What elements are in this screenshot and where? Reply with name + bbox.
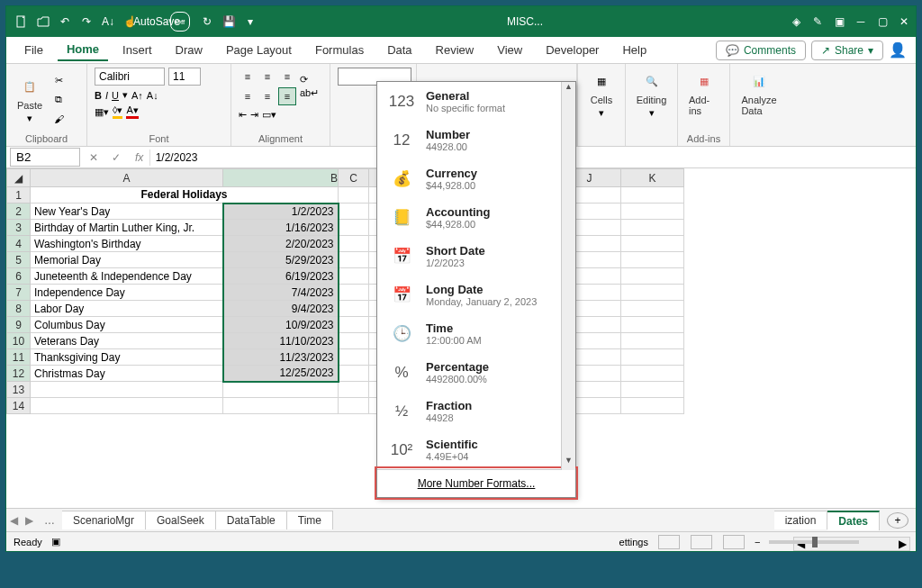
- save-icon[interactable]: 💾: [219, 12, 239, 32]
- share-button[interactable]: ↗ Share ▾: [811, 41, 883, 60]
- wrap-text-icon[interactable]: ab↵: [300, 87, 319, 99]
- cell-header[interactable]: Federal Holidays: [31, 187, 339, 204]
- numfmt-option-scientific[interactable]: 10² Scientific 4.49E+04: [377, 430, 575, 469]
- font-size-select[interactable]: [168, 68, 201, 86]
- col-header-B[interactable]: B: [223, 169, 339, 187]
- cell-A2[interactable]: New Year's Day: [31, 204, 223, 220]
- fx-icon[interactable]: fx: [130, 151, 149, 164]
- merge-icon[interactable]: ▭▾: [262, 109, 276, 121]
- tab-overflow-icon[interactable]: …: [37, 514, 62, 527]
- tab-ization[interactable]: ization: [774, 511, 828, 529]
- cell-B3[interactable]: 1/16/2023: [223, 220, 339, 236]
- cell-B2[interactable]: 1/2/2023: [223, 204, 339, 220]
- qat-overflow-icon[interactable]: ▾: [240, 12, 260, 32]
- close-button[interactable]: ✕: [894, 12, 914, 32]
- new-sheet-button[interactable]: +: [887, 512, 908, 529]
- cut-icon[interactable]: ✂: [50, 73, 68, 89]
- cell-B6[interactable]: 6/19/2023: [223, 268, 339, 285]
- menu-help[interactable]: Help: [613, 40, 655, 60]
- increase-font-icon[interactable]: A↑: [131, 90, 143, 101]
- cell-B7[interactable]: 7/4/2023: [223, 285, 339, 301]
- numfmt-option-general[interactable]: 123 General No specific format: [377, 82, 575, 121]
- view-pagebreak-button[interactable]: [723, 535, 745, 549]
- view-pagelayout-button[interactable]: [691, 535, 712, 549]
- present-icon[interactable]: ▣: [829, 12, 849, 32]
- select-all-corner[interactable]: ◢: [7, 169, 31, 187]
- bold-button[interactable]: B: [95, 90, 102, 101]
- tab-scenario[interactable]: ScenarioMgr: [62, 511, 146, 529]
- analyze-data-button[interactable]: 📊Analyze Data: [737, 68, 781, 118]
- cell-A11[interactable]: Thanksgiving Day: [31, 349, 223, 366]
- autosave-toggle[interactable]: AutoSave Off: [147, 12, 190, 32]
- paste-button[interactable]: 📋Paste▾: [14, 73, 46, 126]
- spreadsheet-grid[interactable]: ◢ A B C G H I J K 1Federal Holidays 2 Ne…: [6, 168, 684, 414]
- view-normal-button[interactable]: [658, 535, 680, 549]
- cell-B9[interactable]: 10/9/2023: [223, 317, 339, 333]
- brush-icon[interactable]: ✎: [808, 12, 827, 32]
- col-header-C[interactable]: C: [339, 169, 369, 187]
- macro-record-icon[interactable]: ▣: [51, 536, 60, 547]
- col-header-A[interactable]: A: [31, 169, 223, 187]
- tab-scroll-right-icon[interactable]: ▶: [22, 514, 37, 527]
- open-file-icon[interactable]: [33, 12, 53, 32]
- minimize-button[interactable]: ─: [851, 12, 871, 32]
- cell-A5[interactable]: Memorial Day: [31, 252, 223, 268]
- cell-A12[interactable]: Christmas Day: [31, 366, 223, 382]
- font-name-select[interactable]: [95, 68, 165, 86]
- cell-A3[interactable]: Birthday of Martin Luther King, Jr.: [31, 220, 223, 236]
- cells-button[interactable]: ▦Cells▾: [585, 68, 618, 121]
- cell-A7[interactable]: Independence Day: [31, 285, 223, 301]
- numfmt-option-percentage[interactable]: % Percentage 4492800.00%: [377, 353, 575, 392]
- menu-data[interactable]: Data: [378, 40, 420, 60]
- cell-B11[interactable]: 11/23/2023: [223, 349, 339, 366]
- numfmt-option-currency[interactable]: 💰 Currency $44,928.00: [377, 159, 575, 198]
- font-color-button[interactable]: A▾: [126, 104, 138, 119]
- numfmt-option-fraction[interactable]: ½ Fraction 44928: [377, 392, 575, 430]
- numfmt-option-long-date[interactable]: 📅 Long Date Monday, January 2, 2023: [377, 276, 575, 314]
- format-painter-icon[interactable]: 🖌: [50, 111, 68, 127]
- underline-button[interactable]: U: [112, 90, 119, 101]
- menu-draw[interactable]: Draw: [167, 40, 212, 60]
- fill-color-button[interactable]: ◊▾: [113, 104, 122, 119]
- comments-button[interactable]: 💬 Comments: [716, 41, 806, 60]
- increase-indent-icon[interactable]: ⇥: [250, 109, 258, 121]
- menu-file[interactable]: File: [15, 40, 52, 60]
- border-button[interactable]: ▦▾: [95, 106, 109, 118]
- zoom-slider[interactable]: [769, 540, 859, 544]
- numfmt-option-time[interactable]: 🕒 Time 12:00:00 AM: [377, 314, 575, 353]
- cell-B5[interactable]: 5/29/2023: [223, 252, 339, 268]
- account-icon[interactable]: 👤: [889, 41, 907, 59]
- align-top-left-icon[interactable]: ≡: [239, 68, 257, 86]
- cell-A8[interactable]: Labor Day: [31, 301, 223, 317]
- dropdown-scrollbar[interactable]: ▲ ▼: [561, 82, 575, 470]
- maximize-button[interactable]: ▢: [872, 12, 892, 32]
- menu-insert[interactable]: Insert: [113, 40, 161, 60]
- menu-developer[interactable]: Developer: [537, 40, 608, 60]
- redo-icon[interactable]: ↷: [77, 12, 96, 32]
- tab-dates[interactable]: Dates: [827, 511, 880, 530]
- numfmt-option-number[interactable]: 12 Number 44928.00: [377, 121, 575, 159]
- menu-pagelayout[interactable]: Page Layout: [217, 40, 301, 60]
- col-header-K[interactable]: K: [621, 169, 684, 187]
- menu-formulas[interactable]: Formulas: [306, 40, 373, 60]
- horizontal-scrollbar[interactable]: ◀▶: [793, 537, 910, 551]
- cell-A10[interactable]: Veterans Day: [31, 333, 223, 349]
- diamond-icon[interactable]: ◈: [786, 12, 806, 32]
- sync-icon[interactable]: ↻: [197, 12, 217, 32]
- tab-datatable[interactable]: DataTable: [216, 511, 287, 529]
- cell-A6[interactable]: Juneteenth & Independence Day: [31, 268, 223, 285]
- numfmt-option-short-date[interactable]: 📅 Short Date 1/2/2023: [377, 237, 575, 276]
- menu-review[interactable]: Review: [427, 40, 484, 60]
- menu-home[interactable]: Home: [58, 39, 108, 61]
- undo-icon[interactable]: ↶: [55, 12, 75, 32]
- tab-scroll-left-icon[interactable]: ◀: [6, 514, 22, 527]
- decrease-indent-icon[interactable]: ⇤: [239, 109, 247, 121]
- cell-B8[interactable]: 9/4/2023: [223, 301, 339, 317]
- copy-icon[interactable]: ⧉: [50, 92, 68, 108]
- cancel-formula-icon[interactable]: ✕: [84, 151, 104, 164]
- zoom-out-button[interactable]: −: [755, 537, 760, 547]
- more-number-formats-button[interactable]: More Number Formats...: [377, 469, 575, 497]
- italic-button[interactable]: I: [105, 90, 108, 101]
- align-bottom-right-icon[interactable]: ≡: [278, 87, 296, 105]
- cell-A9[interactable]: Columbus Day: [31, 317, 223, 333]
